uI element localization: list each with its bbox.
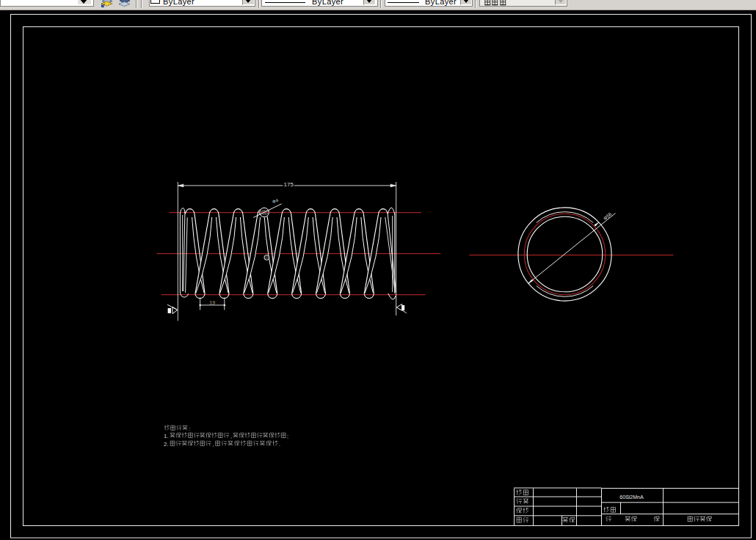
svg-text::: :	[189, 426, 190, 431]
svg-text:;: ;	[287, 434, 288, 439]
svg-text:1.: 1.	[164, 433, 169, 439]
svg-text:175: 175	[284, 181, 294, 188]
svg-text:,: ,	[230, 434, 232, 439]
svg-text:19: 19	[209, 300, 215, 305]
svg-text:60Si2MnA: 60Si2MnA	[619, 495, 644, 500]
svg-text:.: .	[279, 442, 280, 447]
svg-text:,: ,	[213, 442, 214, 447]
svg-text:2.: 2.	[164, 441, 169, 448]
